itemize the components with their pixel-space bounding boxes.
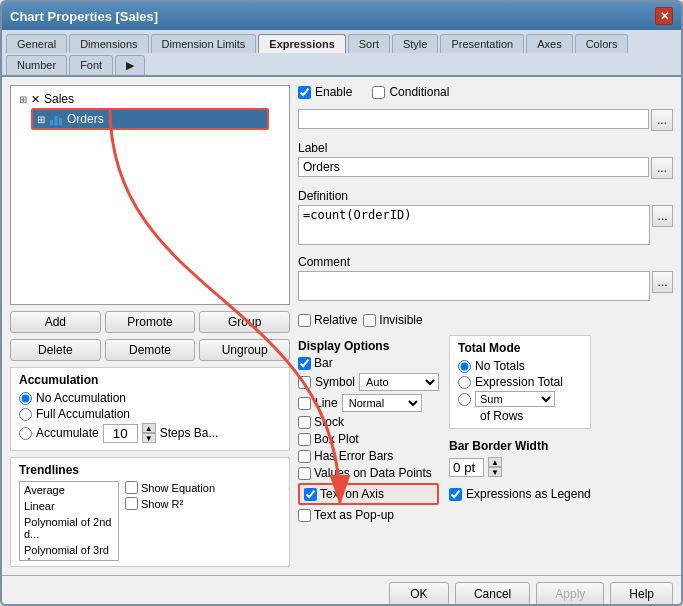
line-checkbox[interactable]	[298, 397, 311, 410]
radio-accumulate-input[interactable]	[19, 427, 32, 440]
bar-border-up[interactable]: ▲	[488, 457, 502, 467]
values-on-dp-checkbox[interactable]	[298, 467, 311, 480]
enable-row[interactable]: Enable	[298, 85, 352, 99]
radio-accumulate[interactable]: Accumulate ▲ ▼ Steps Ba...	[19, 423, 281, 443]
tree-item-sales[interactable]: ⊞ ✕ Sales	[15, 90, 285, 108]
accumulate-steps-input[interactable]	[103, 424, 138, 443]
text-as-popup-row[interactable]: Text as Pop-up	[298, 508, 439, 522]
trendline-poly2[interactable]: Polynomial of 2nd d...	[20, 514, 118, 542]
show-equation-row[interactable]: Show Equation	[125, 481, 215, 494]
apply-button[interactable]: Apply	[536, 582, 604, 606]
label-input[interactable]	[298, 157, 649, 177]
expr-legend-checkbox[interactable]	[449, 488, 462, 501]
no-totals-row[interactable]: No Totals	[458, 359, 582, 373]
symbol-checkbox[interactable]	[298, 376, 311, 389]
ungroup-button[interactable]: Ungroup	[199, 339, 290, 361]
radio-no-accumulation[interactable]: No Accumulation	[19, 391, 281, 405]
bar-row[interactable]: Bar	[298, 356, 439, 370]
ok-button[interactable]: OK	[389, 582, 449, 606]
sum-radio[interactable]	[458, 393, 471, 406]
bar-checkbox[interactable]	[298, 357, 311, 370]
tab-dimension-limits[interactable]: Dimension Limits	[151, 34, 257, 53]
trendlines-list[interactable]: Average Linear Polynomial of 2nd d... Po…	[19, 481, 119, 561]
symbol-row[interactable]: Symbol Auto Circle Square	[298, 373, 439, 391]
invisible-checkbox[interactable]	[363, 314, 376, 327]
box-plot-row[interactable]: Box Plot	[298, 432, 439, 446]
demote-button[interactable]: Demote	[105, 339, 196, 361]
trendline-poly3[interactable]: Polynomial of 3rd d...	[20, 542, 118, 561]
expression-total-radio[interactable]	[458, 376, 471, 389]
text-on-axis-row[interactable]: Text on Axis	[298, 483, 439, 505]
stock-checkbox[interactable]	[298, 416, 311, 429]
svg-rect-2	[59, 118, 62, 125]
line-select[interactable]: Normal Dashed Dotted	[342, 394, 422, 412]
tab-style[interactable]: Style	[392, 34, 438, 53]
bar-border-input[interactable]	[449, 458, 484, 477]
relative-invisible-row: Relative Invisible	[298, 313, 673, 327]
error-bars-label: Has Error Bars	[314, 449, 393, 463]
conditional-input[interactable]	[298, 109, 649, 129]
box-plot-checkbox[interactable]	[298, 433, 311, 446]
symbol-select[interactable]: Auto Circle Square	[359, 373, 439, 391]
show-r2-checkbox[interactable]	[125, 497, 138, 510]
values-on-dp-row[interactable]: Values on Data Points	[298, 466, 439, 480]
error-bars-row[interactable]: Has Error Bars	[298, 449, 439, 463]
expr-legend-row[interactable]: Expressions as Legend	[449, 487, 591, 501]
cancel-button[interactable]: Cancel	[455, 582, 530, 606]
stepper-down[interactable]: ▼	[142, 433, 156, 443]
label-ellipsis-btn[interactable]: ...	[651, 157, 673, 179]
tab-font[interactable]: Font	[69, 55, 113, 75]
right-col: Total Mode No Totals Expression Total	[449, 335, 591, 567]
text-as-popup-checkbox[interactable]	[298, 509, 311, 522]
line-row[interactable]: Line Normal Dashed Dotted	[298, 394, 439, 412]
enable-label: Enable	[315, 85, 352, 99]
tab-sort[interactable]: Sort	[348, 34, 390, 53]
relative-row[interactable]: Relative	[298, 313, 357, 327]
trendline-linear[interactable]: Linear	[20, 498, 118, 514]
tab-more[interactable]: ▶	[115, 55, 145, 75]
expression-tree[interactable]: ⊞ ✕ Sales ⊞	[10, 85, 290, 305]
tab-colors[interactable]: Colors	[575, 34, 629, 53]
comment-ellipsis-btn[interactable]: ...	[652, 271, 673, 293]
trendline-average[interactable]: Average	[20, 482, 118, 498]
steps-label: Steps Ba...	[160, 426, 219, 440]
close-button[interactable]: ✕	[655, 7, 673, 25]
relative-checkbox[interactable]	[298, 314, 311, 327]
of-rows-label: of Rows	[458, 409, 582, 423]
add-button[interactable]: Add	[10, 311, 101, 333]
sum-row[interactable]: Sum Average Min Max	[458, 391, 582, 407]
comment-input[interactable]	[298, 271, 650, 301]
invisible-row[interactable]: Invisible	[363, 313, 422, 327]
tree-item-orders[interactable]: ⊞ Orders	[33, 110, 267, 128]
radio-full-accumulation[interactable]: Full Accumulation	[19, 407, 281, 421]
stepper-up[interactable]: ▲	[142, 423, 156, 433]
radio-no-accumulation-input[interactable]	[19, 392, 32, 405]
promote-button[interactable]: Promote	[105, 311, 196, 333]
sum-select[interactable]: Sum Average Min Max	[475, 391, 555, 407]
definition-input[interactable]	[298, 205, 650, 245]
stock-row[interactable]: Stock	[298, 415, 439, 429]
enable-checkbox[interactable]	[298, 86, 311, 99]
show-equation-checkbox[interactable]	[125, 481, 138, 494]
no-totals-radio[interactable]	[458, 360, 471, 373]
expression-total-row[interactable]: Expression Total	[458, 375, 582, 389]
bar-border-down[interactable]: ▼	[488, 467, 502, 477]
show-r2-row[interactable]: Show R²	[125, 497, 215, 510]
radio-full-accumulation-input[interactable]	[19, 408, 32, 421]
conditional-checkbox[interactable]	[372, 86, 385, 99]
tab-axes[interactable]: Axes	[526, 34, 572, 53]
text-on-axis-checkbox[interactable]	[304, 488, 317, 501]
delete-button[interactable]: Delete	[10, 339, 101, 361]
tab-dimensions[interactable]: Dimensions	[69, 34, 148, 53]
definition-ellipsis-btn[interactable]: ...	[652, 205, 673, 227]
tab-number[interactable]: Number	[6, 55, 67, 75]
values-on-dp-label: Values on Data Points	[314, 466, 432, 480]
group-button[interactable]: Group	[199, 311, 290, 333]
conditional-row[interactable]: Conditional	[372, 85, 449, 99]
help-button[interactable]: Help	[610, 582, 673, 606]
tab-general[interactable]: General	[6, 34, 67, 53]
tab-expressions[interactable]: Expressions	[258, 34, 345, 53]
conditional-ellipsis-btn[interactable]: ...	[651, 109, 673, 131]
error-bars-checkbox[interactable]	[298, 450, 311, 463]
tab-presentation[interactable]: Presentation	[440, 34, 524, 53]
